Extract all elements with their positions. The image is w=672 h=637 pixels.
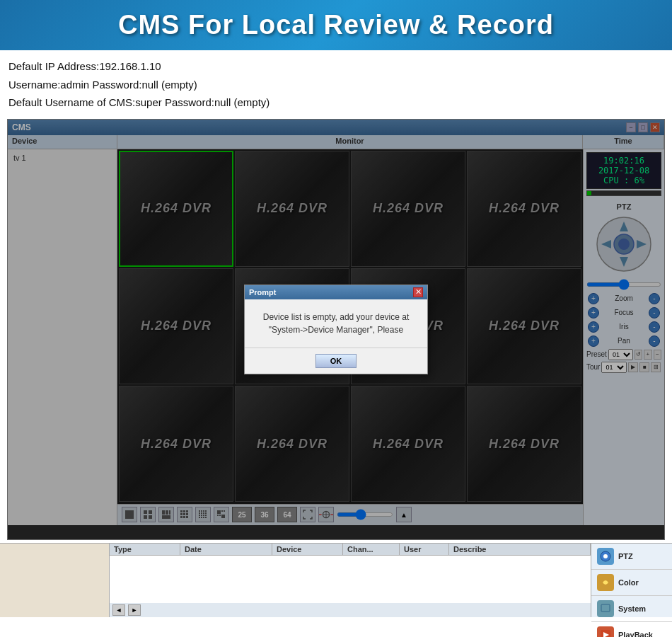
info-line1: Default IP Address:192.168.1.10 (8, 57, 664, 76)
modal-footer: OK (245, 348, 427, 374)
info-section: Default IP Address:192.168.1.10 Username… (0, 50, 672, 116)
modal-close-button[interactable]: ✕ (413, 287, 423, 297)
log-section: Type Date Device Chan... User Describe ◄… (110, 544, 591, 617)
log-header: Type Date Device Chan... User Describe (110, 544, 591, 556)
right-action-menu: PTZ Color System (591, 544, 672, 617)
modal-title: Prompt (249, 288, 277, 297)
cms-window: CMS − □ ✕ Device Monitor Time tv 1 H.264… (7, 119, 665, 540)
svg-rect-55 (601, 604, 610, 612)
prompt-dialog: Prompt ✕ Device list is empty, add your … (244, 285, 428, 374)
modal-ok-button[interactable]: OK (315, 354, 357, 368)
log-content (110, 556, 591, 603)
menu-item-color[interactable]: Color (591, 570, 672, 596)
modal-titlebar: Prompt ✕ (245, 285, 427, 299)
svg-rect-57 (602, 613, 609, 614)
menu-item-system[interactable]: System (591, 596, 672, 622)
color-menu-icon (597, 574, 614, 591)
log-user-header: User (400, 544, 449, 555)
device-bottom-panel (0, 544, 110, 617)
modal-message: Device list is empty, add your device at… (263, 312, 410, 335)
menu-item-ptz[interactable]: PTZ (591, 544, 672, 570)
info-line3: Default Username of CMS:super Password:n… (8, 93, 664, 112)
log-chan-header: Chan... (343, 544, 400, 555)
ptz-menu-label: PTZ (618, 552, 633, 561)
playback-menu-label: PlayBack (618, 631, 653, 638)
log-next-button[interactable]: ► (128, 604, 141, 616)
playback-menu-icon (597, 626, 614, 638)
top-banner: CMS For Local Review & Record (0, 0, 672, 50)
banner-title: CMS For Local Review & Record (14, 10, 658, 40)
system-menu-label: System (618, 604, 646, 613)
log-device-header: Device (272, 544, 343, 555)
info-line2: Username:admin Password:null (empty) (8, 76, 664, 94)
log-prev-button[interactable]: ◄ (112, 604, 125, 616)
modal-overlay: Prompt ✕ Device list is empty, add your … (8, 120, 664, 539)
log-type-header: Type (110, 544, 180, 555)
menu-item-playback[interactable]: PlayBack (591, 622, 672, 638)
ptz-menu-icon (597, 548, 614, 565)
log-date-header: Date (180, 544, 272, 555)
svg-point-53 (603, 554, 608, 558)
system-menu-icon (597, 600, 614, 617)
color-menu-label: Color (618, 578, 639, 587)
modal-body: Device list is empty, add your device at… (245, 299, 427, 348)
bottom-area: Type Date Device Chan... User Describe ◄… (0, 543, 672, 617)
log-bottom-bar: ◄ ► (110, 603, 591, 617)
log-desc-header: Describe (449, 544, 591, 555)
